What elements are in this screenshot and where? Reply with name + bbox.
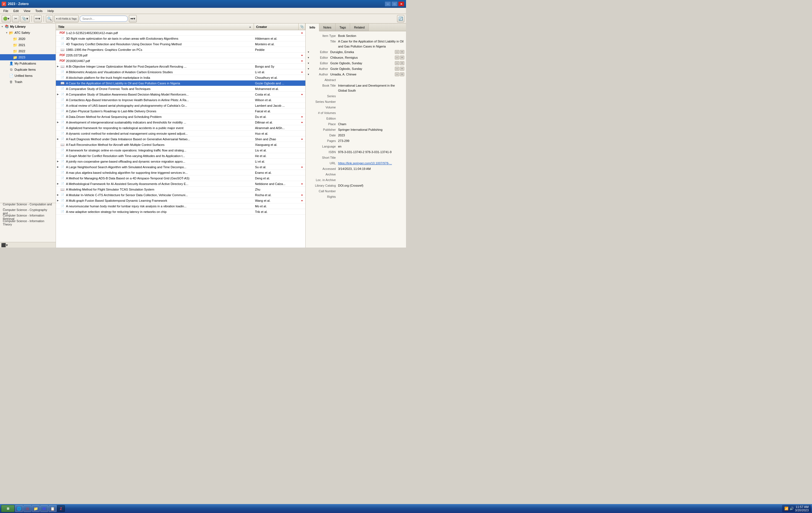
search-icon-btn[interactable]: 🔍 [46,15,53,22]
sidebar-item-2021[interactable]: 📁 2021 [0,42,56,48]
table-row[interactable]: 📄 A Method for Managing ADS-B Data Based… [56,176,305,181]
date-value[interactable]: 2023 [338,133,404,138]
editor-name-input-1[interactable] [330,56,394,59]
table-row-selected[interactable]: 📖 A Case for the Application of Strict L… [56,81,305,86]
table-row[interactable]: ▶ 📄 A development of intergenerational s… [56,120,305,125]
table-row[interactable]: 📄 A critical review of UAS-based aerial … [56,103,305,109]
tab-related[interactable]: Related [350,24,369,31]
library-catalog-value[interactable]: DOI.org (Crossref) [338,183,404,188]
table-row[interactable]: 📄 A blockchain platform for the truck fr… [56,75,305,81]
sidebar-item-my-library[interactable]: ▼ 📚 My Library [0,24,56,30]
title-value[interactable]: A Case for the Application of Strict Lia… [338,39,404,49]
tab-info[interactable]: Info [306,24,319,31]
table-row[interactable]: 📄 A digitalized framework for responding… [56,125,305,131]
editor-minus-btn-1[interactable]: − [395,56,399,60]
table-row[interactable]: 📄 4D Trajectory Conflict Detection and R… [56,41,305,47]
sidebar-item-my-publications[interactable]: 👤 My Publications [0,60,56,66]
editor-minus-btn-0[interactable]: − [395,50,399,54]
menu-file[interactable]: File [1,8,11,14]
tag-filter-button[interactable]: ⬛▾ [1,243,8,247]
table-row[interactable]: 📄 A new adaptive selection strategy for … [56,209,305,215]
isbn-value[interactable]: 978-3-031-13740-2 978-3-031-13741-9 [338,150,404,154]
editor-plus-btn-0[interactable]: + [400,50,404,54]
new-item-button[interactable]: 🟢▾ [2,15,11,22]
table-row[interactable]: 📖 A Fault Reconstruction Method for Airc… [56,142,305,148]
editor-name-input-2[interactable] [330,61,394,65]
table-row[interactable]: 📖 A Modeling Method for Flight Simulator… [56,187,305,192]
table-row[interactable]: ▶ 📄 A Fault Diagnosis Method under Data … [56,137,305,142]
table-row[interactable]: ▶ 📄 A Comparative Study of Situation Awa… [56,92,305,97]
row-expander[interactable]: ▶ [56,138,60,140]
close-button[interactable]: ✕ [398,1,404,6]
row-expander[interactable]: ▶ [56,93,60,96]
sidebar-item-2022[interactable]: 📁 2022 [0,48,56,54]
sidebar-item-2023[interactable]: 📁 2023 [0,54,56,60]
table-row[interactable]: 📖 1980–1995 the Progenitors: Graphics Co… [56,47,305,53]
table-row[interactable]: 📄 A dynamic control method for extended … [56,131,305,137]
menu-view[interactable]: View [22,8,33,14]
sidebar-item-unfiled-items[interactable]: 📄 Unfiled Items [0,73,56,79]
table-row[interactable]: 📄 A Graph Model for Conflict Resolution … [56,153,305,159]
attach-button[interactable]: 📎▾ [21,15,30,22]
table-row[interactable]: ▶ 📄 A Methodological Framework for AI-As… [56,181,305,187]
table-row[interactable]: 📄 A Contactless App-Based Intervention t… [56,97,305,103]
table-row[interactable]: 📄 A Comparative Study of Drone Forensic … [56,86,305,92]
menu-tools[interactable]: Tools [33,8,45,14]
tag-item-1[interactable]: Computer Science - Cryptography and ... [0,209,56,214]
publisher-value[interactable]: Springer International Publishing [338,127,404,132]
menu-edit[interactable]: Edit [11,8,21,14]
editor-plus-btn-1[interactable]: + [400,56,404,60]
col-title-header[interactable]: Title ▲ [56,24,254,30]
table-row[interactable]: PDF 1-s2.0-S2352146523001412-main.pdf ● [56,30,305,36]
url-value[interactable]: https://link.springer.com/10.1007/978-..… [338,161,404,166]
table-row[interactable]: 📄 A max plus algebra based scheduling al… [56,170,305,176]
editor-minus-btn-2[interactable]: − [395,61,399,65]
tab-notes[interactable]: Notes [319,24,336,31]
table-row[interactable]: 📄 A Cyber-Physical System's Roadmap to L… [56,109,305,114]
edit-button[interactable]: ✏▾ [34,15,42,22]
table-row[interactable]: ▶ 📄 A Multi-graph Fusion Based Spatiotem… [56,198,305,203]
editor-minus-btn-3[interactable]: − [395,67,399,71]
tag-item-3[interactable]: Computer Science - Information Theory [0,220,56,225]
search-input[interactable] [80,16,128,22]
search-fields-dropdown[interactable]: ▾ All Fields & Tags [54,15,79,22]
sidebar-item-atc-safety[interactable]: ▼ 📂 ATC Safety [0,30,56,36]
row-expander[interactable]: ▶ [56,160,60,162]
sidebar-item-duplicate-items[interactable]: ⧉ Duplicate Items [0,66,56,73]
search-nav-button[interactable]: ➡▾ [129,15,137,22]
sync-button[interactable]: 🔄 [397,15,404,22]
table-row[interactable]: ▶ 📄 A Modular In-Vehicle C-ITS Architect… [56,192,305,198]
tag-item-0[interactable]: Computer Science - Computation and ... [0,203,56,209]
editor-name-input-0[interactable] [330,50,394,54]
col-creator-header[interactable]: Creator [254,24,299,30]
editor-plus-btn-3[interactable]: + [400,67,404,71]
row-expander[interactable]: ▶ [56,166,60,168]
row-expander[interactable]: ▶ [56,199,60,202]
table-row[interactable]: PDF 20160014467.pdf ● [56,58,305,64]
table-row[interactable]: PDF 2205.03739.pdf ● [56,53,305,58]
author-name-input-0[interactable] [330,67,394,70]
editor-plus-btn-4[interactable]: + [400,72,404,76]
table-row[interactable]: 📄 A Data-Driven Method for Arrival Seque… [56,114,305,120]
table-row[interactable]: 📄 3D flight route optimization for air-t… [56,36,305,41]
editor-plus-btn-2[interactable]: + [400,61,404,65]
table-row[interactable]: 📄 A neuromuscular human body model for l… [56,203,305,209]
row-expander[interactable]: ▶ [56,65,60,68]
editor-minus-btn-4[interactable]: − [395,72,399,76]
tag-item-2[interactable]: Computer Science - Information Retrieval [0,214,56,220]
minimize-button[interactable]: ─ [385,1,391,6]
table-row[interactable]: ▶ 📄 A Large Neighborhood Search Algorith… [56,164,305,170]
book-title-value[interactable]: International Law and Development in the… [338,83,404,93]
table-row[interactable]: ▶ 📖 A Bi-Objective Integer Linear Optimi… [56,64,305,69]
language-value[interactable]: en [338,144,404,149]
new-note-button[interactable]: ✂ [12,15,19,22]
menu-help[interactable]: Help [45,8,56,14]
row-expander[interactable]: ▶ [56,121,60,123]
accessed-value[interactable]: 3/14/2023, 11:04:19 AM [338,166,404,171]
maximize-button[interactable]: □ [392,1,398,6]
author-name-input-1[interactable] [330,73,394,76]
sidebar-item-trash[interactable]: 🗑 Trash [0,79,56,85]
row-expander[interactable]: ▶ [56,193,60,196]
row-expander[interactable]: ▶ [56,182,60,185]
col-attach-header[interactable]: 📎 [299,24,305,30]
